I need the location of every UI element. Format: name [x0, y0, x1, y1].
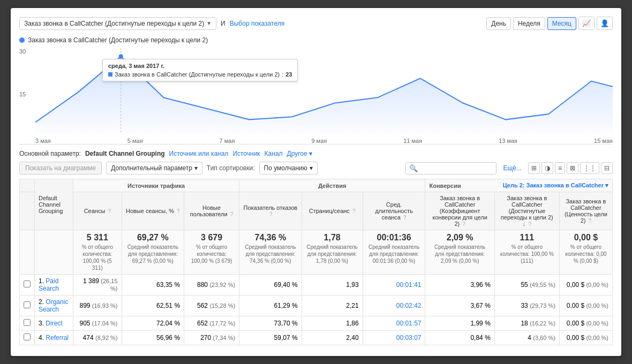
row-new-users: 270 (7,34 %) [184, 331, 239, 345]
metric-dropdown-label: Заказ звонка в CallCatcher (Достигнутые … [24, 20, 204, 27]
tooltip-metric: Заказ звонка в CallCatcher (Достигнутые … [115, 71, 280, 78]
source-channel-link[interactable]: Источник или канал [169, 150, 229, 157]
total-bounce: 74,36 % Средний показатель для представл… [239, 230, 302, 275]
period-day-button[interactable]: День [486, 17, 511, 30]
more-link[interactable]: Ещё... [503, 164, 522, 172]
svg-point-2 [119, 54, 123, 58]
top-bar-right: День Неделя Месяц 📈 👤 [486, 17, 613, 30]
chevron-down-icon-2: ▾ [194, 164, 198, 172]
params-bar: Основной параметр: Default Channel Group… [19, 150, 613, 157]
row-checkbox[interactable] [20, 295, 35, 316]
search-icon: 🔍 [409, 164, 418, 172]
th-default-channel: Default Channel Grouping [35, 179, 73, 230]
sort-dropdown[interactable]: По умолчанию ▾ [259, 162, 318, 175]
x-label-3: 7 мая [220, 138, 235, 144]
total-pages: 1,78 Средний показатель для представлени… [302, 230, 363, 275]
metric-selector-link[interactable]: Выбор показателя [230, 20, 284, 27]
info-icon-new-sessions[interactable]: ? [177, 208, 180, 214]
tooltip-color-square [108, 72, 112, 77]
period-week-button[interactable]: Неделя [513, 17, 545, 30]
info-icon-pages[interactable]: ? [352, 208, 356, 214]
total-row: 5 311 % от общего количества: 100,00 % (… [20, 230, 613, 275]
source-link[interactable]: Источник [232, 150, 260, 157]
table-row: 2. Organic Search 899 (16,93 %) 62,51 % … [20, 295, 613, 316]
total-label [35, 230, 73, 275]
data-table: Default Channel Grouping Источники трафи… [19, 179, 613, 345]
primary-param: Default Channel Grouping [85, 150, 165, 157]
search-input[interactable] [418, 164, 493, 172]
search-box[interactable]: 🔍 [405, 162, 496, 175]
x-label-2: 5 мая [127, 138, 143, 144]
x-label-5: 11 мая [403, 138, 422, 144]
info-icon-conv1[interactable]: ? [462, 221, 465, 227]
row-checkbox[interactable] [20, 275, 35, 295]
th-check2 [20, 192, 35, 230]
chart-x-labels: 3 мая 5 мая 7 мая 9 мая 11 мая 13 мая 15… [35, 138, 613, 144]
row-checkbox[interactable] [20, 331, 35, 345]
info-icon-sessions[interactable]: ? [108, 208, 111, 214]
row-conv1: 1,99 % [425, 316, 494, 331]
view-icons: ⊞ ◑ ≡ ⊠ ⋮⋮ ⊟ [528, 162, 613, 174]
row-checkbox[interactable] [20, 316, 35, 331]
total-conv1: 2,09 % Средний показатель для представле… [425, 230, 494, 275]
row-sessions: 905 (17,04 %) [73, 316, 122, 331]
chevron-down-icon: ▼ [206, 20, 212, 26]
row-name: 1. Paid Search [35, 275, 73, 295]
info-icon-conv2[interactable]: ? [528, 221, 531, 227]
info-icon-duration[interactable]: ? [403, 215, 407, 221]
tooltip-item: Заказ звонка в CallCatcher (Достигнутые … [108, 71, 292, 78]
info-icon-conv3[interactable]: ? [589, 218, 592, 224]
row-duration: 00:02:42 [363, 295, 425, 316]
th-sessions: Сеансы ? [73, 192, 122, 230]
scatter-view-button[interactable]: ⋮⋮ [580, 162, 599, 174]
row-conv2: 4 (3,60 %) [494, 331, 559, 345]
legend-label: Заказ звонка в CallCatcher (Достигнутые … [28, 36, 208, 44]
bar-view-button[interactable]: ≡ [555, 162, 565, 174]
grid-view-button[interactable]: ⊞ [528, 162, 540, 174]
metric-dropdown[interactable]: Заказ звонка в CallCatcher (Достигнутые … [19, 17, 216, 30]
row-conv3: 0,00 $ (0,00 %) [559, 295, 612, 316]
row-name: 3. Direct [35, 316, 73, 331]
total-sessions: 5 311 % от общего количества: 100,00 % (… [73, 230, 122, 275]
row-name-link[interactable]: Direct [46, 320, 62, 327]
total-new-users: 3 679 % от общего количества: 100,00 % (… [184, 230, 239, 275]
table-view-icon[interactable]: 👤 [597, 17, 613, 30]
other-link[interactable]: Другое ▾ [287, 150, 312, 157]
pivot-view-button[interactable]: ⊠ [567, 162, 578, 174]
row-conv2: 18 (16,22 %) [494, 316, 559, 331]
goal-dropdown[interactable]: Цель 2: Заказ звонка в CallCatcher ▾ [503, 182, 608, 189]
row-new-sessions-pct: 63,35 % [122, 275, 184, 295]
row-conv3: 0,00 $ (0,00 %) [559, 331, 612, 345]
th-checkbox [20, 179, 35, 192]
chart-view-icon[interactable]: 📈 [578, 17, 595, 30]
info-icon-new-users[interactable]: ? [230, 211, 234, 217]
row-conv1: 3,96 % [425, 275, 494, 295]
chart-tooltip: среда, 3 мая 2017 г. Заказ звонка в Call… [102, 59, 298, 81]
channel-link[interactable]: Канал [265, 150, 283, 157]
th-bounce: Показатель отказов ? [239, 192, 302, 230]
additional-param-dropdown[interactable]: Дополнительный параметр ▾ [106, 162, 202, 175]
row-pages: 2,40 [302, 331, 363, 345]
pie-view-button[interactable]: ◑ [541, 162, 553, 174]
info-icon-bounce[interactable]: ? [269, 211, 273, 217]
row-sessions: 474 (8,92 %) [73, 331, 122, 345]
row-name: 4. Referral [35, 331, 73, 345]
th-conv1: Заказ звонка в CallCatcher (Коэффициент … [425, 192, 494, 230]
th-traffic-sources: Источники трафика [73, 179, 239, 192]
th-new-users: Новые пользователи ? [184, 192, 239, 230]
y-label-30: 30 [19, 48, 26, 55]
table2-view-button[interactable]: ⊟ [601, 162, 613, 174]
th-pages: Страниц/сеанс ? [302, 192, 363, 230]
total-duration: 00:01:36 Средний показатель для представ… [363, 230, 425, 275]
x-label-7: 15 мая [594, 138, 613, 144]
th-conversions: Конверсии Цель 2: Заказ звонка в CallCat… [425, 179, 613, 192]
period-month-button[interactable]: Месяц [547, 17, 576, 30]
top-bar-left: Заказ звонка в CallCatcher (Достигнутые … [19, 17, 284, 30]
row-name-link[interactable]: Referral [46, 334, 69, 342]
chart-legend: Заказ звонка в CallCatcher (Достигнутые … [19, 36, 613, 44]
row-duration: 00:03:07 [363, 331, 425, 345]
row-bounce: 69,40 % [239, 275, 302, 295]
table-row: 4. Referral 474 (8,92 %) 56,96 % 270 (7,… [20, 331, 613, 345]
x-label-6: 13 мая [499, 138, 517, 144]
row-conv1: 0,84 % [425, 331, 494, 345]
